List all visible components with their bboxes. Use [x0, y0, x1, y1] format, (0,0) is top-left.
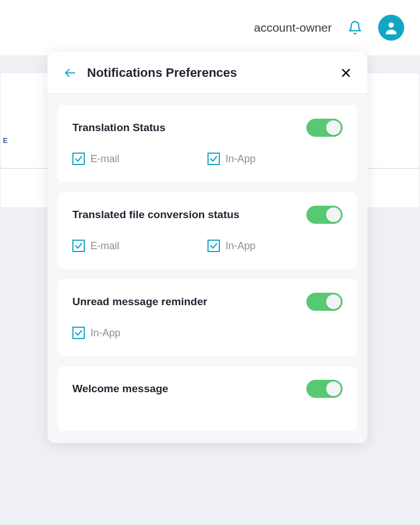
toggle-translation-status[interactable]	[306, 119, 343, 137]
card-header: Welcome message	[72, 380, 343, 398]
channel-inapp: In-App	[207, 153, 343, 165]
bell-icon[interactable]	[348, 20, 362, 35]
card-header: Unread message reminder	[72, 293, 343, 311]
checkbox-email[interactable]	[72, 240, 85, 252]
card-header: Translation Status	[72, 119, 343, 137]
channel-row: E-mail In-App	[72, 240, 343, 252]
top-header: account-owner	[0, 0, 420, 55]
card-header: Translated file conversion status	[72, 206, 343, 224]
toggle-unread-reminder[interactable]	[306, 293, 343, 311]
back-arrow-icon[interactable]	[63, 66, 77, 80]
modal-header: Notifications Preferences	[47, 52, 367, 94]
avatar[interactable]	[378, 15, 404, 41]
card-title: Welcome message	[72, 383, 168, 395]
channel-email: E-mail	[72, 240, 207, 252]
channel-label-inapp: In-App	[226, 153, 256, 165]
account-label: account-owner	[254, 21, 332, 34]
background-tab-truncated: E	[3, 136, 8, 145]
checkbox-inapp[interactable]	[207, 153, 220, 165]
checkbox-inapp[interactable]	[207, 240, 220, 252]
svg-point-0	[388, 23, 393, 28]
pref-card-unread-reminder: Unread message reminder In-App	[58, 279, 357, 356]
card-title: Translated file conversion status	[72, 209, 240, 221]
channel-label-inapp: In-App	[90, 327, 120, 339]
scroll-padding	[58, 441, 357, 443]
channel-inapp: In-App	[72, 327, 120, 339]
channel-label-email: E-mail	[90, 153, 119, 165]
pref-card-file-conversion: Translated file conversion status E-mail…	[58, 192, 357, 269]
modal-body[interactable]: Translation Status E-mail In-App	[47, 94, 367, 443]
close-icon[interactable]	[340, 67, 352, 79]
channel-label-inapp: In-App	[226, 240, 256, 252]
checkbox-inapp[interactable]	[72, 327, 85, 339]
card-title: Unread message reminder	[72, 296, 207, 308]
channel-inapp: In-App	[207, 240, 343, 252]
modal-title: Notifications Preferences	[87, 66, 330, 80]
channel-label-email: E-mail	[90, 240, 119, 252]
card-title: Translation Status	[72, 122, 166, 134]
channel-row: E-mail In-App	[72, 153, 343, 165]
toggle-file-conversion[interactable]	[306, 206, 343, 224]
channel-row: In-App	[72, 327, 343, 339]
channel-email: E-mail	[72, 153, 207, 165]
toggle-welcome[interactable]	[306, 380, 343, 398]
checkbox-email[interactable]	[72, 153, 85, 165]
pref-card-translation-status: Translation Status E-mail In-App	[58, 105, 357, 182]
notifications-preferences-modal: Notifications Preferences Translation St…	[47, 52, 367, 443]
pref-card-welcome: Welcome message	[58, 366, 357, 431]
